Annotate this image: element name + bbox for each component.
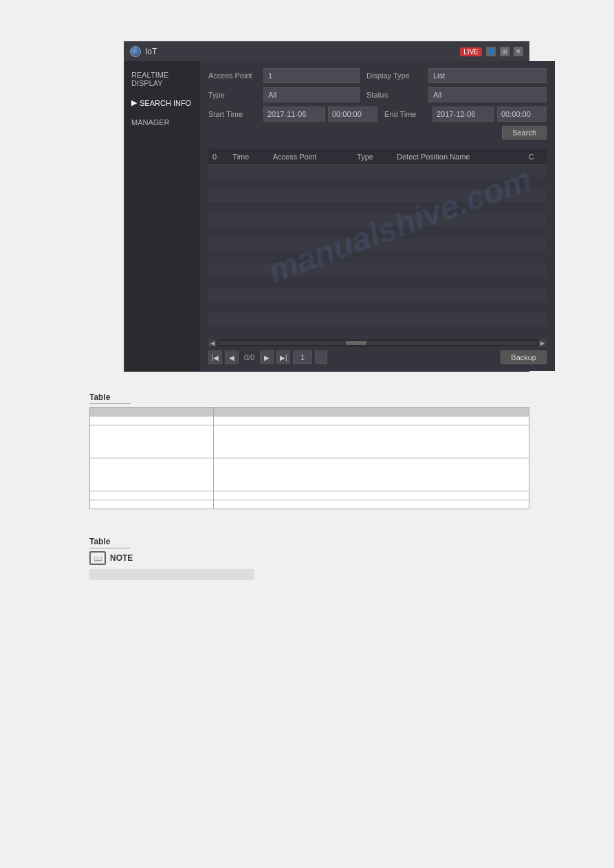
- table-row: [208, 289, 547, 301]
- page-count: 0/0: [241, 353, 257, 361]
- app-window: IoT LIVE 👤 ⊞ ✕ REALTIME DISPLAY ▶ SEARCH…: [124, 41, 529, 372]
- table-row: [208, 276, 547, 289]
- ref-col-header-1: [90, 408, 214, 416]
- title-bar: IoT LIVE 👤 ⊞ ✕: [124, 42, 529, 61]
- col-header-0: 0: [208, 149, 228, 165]
- end-date-input[interactable]: [432, 107, 494, 122]
- sidebar-item-label: REALTIME DISPLAY: [131, 71, 193, 87]
- access-point-select[interactable]: 1: [263, 68, 360, 83]
- start-date-input[interactable]: [263, 107, 325, 122]
- sidebar: REALTIME DISPLAY ▶ SEARCH INFO MANAGER: [124, 61, 200, 371]
- ref-cell-3-1: [90, 458, 214, 491]
- ref-cell-5-1: [90, 500, 214, 509]
- col-header-type: Type: [353, 149, 393, 165]
- note-content: [89, 569, 254, 580]
- form-row-type-status: Type All Status All: [208, 87, 547, 102]
- page-number-input[interactable]: [293, 350, 312, 364]
- note-book-icon: 📖: [89, 551, 106, 565]
- end-time-label: End Time: [384, 110, 426, 118]
- ref-cell-4-1: [90, 491, 214, 500]
- ref-table: [89, 407, 529, 509]
- table-row: [208, 227, 547, 239]
- table-row: [208, 313, 547, 326]
- live-badge: LIVE: [460, 47, 482, 56]
- type-select[interactable]: All: [263, 87, 360, 102]
- status-label: Status: [366, 91, 421, 99]
- table-row: [208, 239, 547, 252]
- data-table: 0 Time Access Point Type Detect Position…: [208, 149, 547, 338]
- ref-cell-5-2: [214, 500, 529, 509]
- table-header-row: 0 Time Access Point Type Detect Position…: [208, 149, 547, 165]
- note-section-title: Table: [89, 537, 131, 548]
- table-container: 0 Time Access Point Type Detect Position…: [208, 149, 547, 348]
- form-row-access-display: Access Point 1 Display Type List: [208, 68, 547, 83]
- ref-cell-1-2: [214, 416, 529, 425]
- ref-col-header-2: [214, 408, 529, 416]
- table-row: [208, 177, 547, 190]
- last-page-button[interactable]: ▶|: [276, 350, 290, 364]
- table-row: [208, 252, 547, 264]
- scrollbar-track[interactable]: [218, 341, 537, 345]
- display-type-select[interactable]: List: [428, 68, 547, 83]
- ref-cell-1-1: [90, 416, 214, 425]
- first-page-button[interactable]: |◀: [208, 350, 222, 364]
- end-datetime: [432, 107, 547, 122]
- col-header-time: Time: [228, 149, 268, 165]
- scroll-left-arrow[interactable]: ◀: [208, 340, 217, 346]
- sidebar-item-manager[interactable]: MANAGER: [124, 113, 200, 132]
- table-row: [208, 190, 547, 202]
- close-icon[interactable]: ✕: [514, 47, 523, 56]
- app-title: IoT: [145, 47, 157, 56]
- status-select[interactable]: All: [428, 87, 547, 102]
- start-datetime: [263, 107, 377, 122]
- monitor-icon: ⊞: [500, 47, 509, 56]
- ref-cell-2-1: [90, 425, 214, 458]
- access-point-label: Access Point: [208, 71, 256, 80]
- start-time-input[interactable]: [328, 107, 377, 122]
- sidebar-item-label: MANAGER: [131, 118, 170, 126]
- table-row: [208, 202, 547, 214]
- end-time-input[interactable]: [497, 107, 547, 122]
- ref-table-row: [90, 500, 529, 509]
- ref-cell-2-2: [214, 425, 529, 458]
- main-content: Access Point 1 Display Type List Type Al…: [200, 61, 555, 371]
- ref-table-header-row: [90, 408, 529, 416]
- search-button[interactable]: Search: [502, 126, 547, 140]
- doc-section: Table: [89, 392, 529, 509]
- ref-table-row: [90, 416, 529, 425]
- page-jump-button[interactable]: [315, 350, 327, 364]
- type-label: Type: [208, 91, 256, 99]
- table-row: [208, 165, 547, 177]
- sidebar-item-realtime-display[interactable]: REALTIME DISPLAY: [124, 65, 200, 93]
- note-section: Table 📖 NOTE: [89, 537, 529, 580]
- pagination-bar: |◀ ◀ 0/0 ▶ ▶| Backup: [208, 350, 547, 364]
- scrollbar-thumb[interactable]: [346, 341, 366, 345]
- ref-table-section-title: Table: [89, 392, 131, 404]
- table-row: [208, 301, 547, 313]
- ref-cell-4-2: [214, 491, 529, 500]
- display-type-label: Display Type: [366, 71, 421, 80]
- note-title: NOTE: [110, 553, 133, 563]
- arrow-icon: ▶: [131, 98, 137, 107]
- globe-icon: [130, 46, 141, 57]
- col-header-access-point: Access Point: [269, 149, 353, 165]
- start-time-label: Start Time: [208, 110, 256, 118]
- table-row: [208, 326, 547, 338]
- next-page-button[interactable]: ▶: [260, 350, 274, 364]
- form-row-times: Start Time End Time: [208, 107, 547, 122]
- table-row: [208, 264, 547, 276]
- ref-table-row: [90, 458, 529, 491]
- horizontal-scrollbar[interactable]: ◀ ▶: [208, 340, 547, 346]
- app-body: REALTIME DISPLAY ▶ SEARCH INFO MANAGER A…: [124, 61, 529, 371]
- prev-page-button[interactable]: ◀: [225, 350, 239, 364]
- col-header-detect-position: Detect Position Name: [393, 149, 525, 165]
- ref-table-row: [90, 491, 529, 500]
- sidebar-item-search-info[interactable]: ▶ SEARCH INFO: [124, 93, 200, 113]
- col-header-c: C: [525, 149, 547, 165]
- sidebar-item-label: SEARCH INFO: [140, 99, 191, 107]
- scroll-right-arrow[interactable]: ▶: [538, 340, 547, 346]
- user-icon: 👤: [486, 47, 496, 56]
- table-row: [208, 214, 547, 227]
- ref-cell-3-2: [214, 458, 529, 491]
- backup-button[interactable]: Backup: [501, 350, 547, 364]
